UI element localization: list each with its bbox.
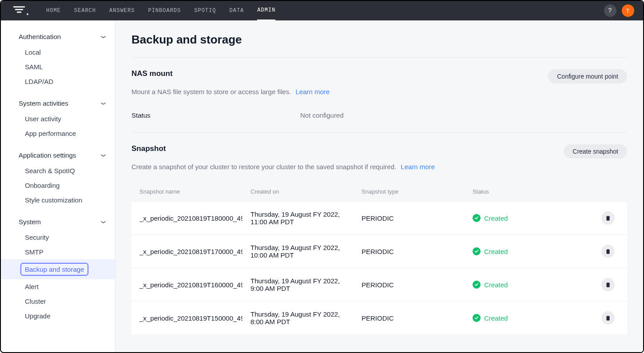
snapshot-learn-more-link[interactable]: Learn more xyxy=(401,163,435,171)
column-header: Snapshot type xyxy=(354,182,465,202)
delete-snapshot-button[interactable] xyxy=(601,211,615,225)
nav-spotiq[interactable]: SPOTIQ xyxy=(194,1,216,20)
nas-desc: Mount a NAS file system to store or acce… xyxy=(131,88,627,95)
top-nav: HOMESEARCHANSWERSPINBOARDSSPOTIQDATAADMI… xyxy=(1,1,643,20)
sidebar-item-upgrade[interactable]: Upgrade xyxy=(1,309,115,323)
column-header: Snapshot name xyxy=(131,182,242,202)
sidebar-section-label: Application settings xyxy=(19,151,76,159)
table-row: _x_periodic_20210819T170000_497Thursday,… xyxy=(131,235,627,268)
snapshot-status: Created xyxy=(465,202,593,235)
snapshot-name: _x_periodic_20210819T180000_497 xyxy=(131,202,242,235)
snapshot-type: PERIODIC xyxy=(354,235,465,268)
column-header: Status xyxy=(465,182,593,202)
divider xyxy=(131,132,627,133)
sidebar-item-search-spotiq[interactable]: Search & SpotIQ xyxy=(1,163,115,178)
sidebar-item-local[interactable]: Local xyxy=(1,45,115,59)
nav-pinboards[interactable]: PINBOARDS xyxy=(148,1,181,20)
nav-search[interactable]: SEARCH xyxy=(74,1,96,20)
nas-mount-section: NAS mount Configure mount point Mount a … xyxy=(131,69,627,119)
configure-mount-point-button[interactable]: Configure mount point xyxy=(548,69,627,83)
sidebar-item-alert[interactable]: Alert xyxy=(1,279,115,294)
trash-icon xyxy=(605,248,611,254)
trash-icon xyxy=(605,282,611,288)
nas-learn-more-link[interactable]: Learn more xyxy=(295,88,330,95)
chevron-down-icon: ❯ xyxy=(101,220,106,224)
sidebar-item-smtp[interactable]: SMTP xyxy=(1,245,115,259)
trash-icon xyxy=(605,215,611,221)
divider xyxy=(131,57,627,58)
snapshot-status: Created xyxy=(465,235,593,268)
sidebar-section-label: Authentication xyxy=(19,33,61,40)
help-button[interactable]: ? xyxy=(604,4,616,17)
nas-status-value: Not configured xyxy=(300,111,344,119)
check-circle-icon xyxy=(473,281,481,289)
sidebar-item-user-activity[interactable]: User activity xyxy=(1,111,115,126)
sidebar-item-label: Backup and storage xyxy=(20,263,88,276)
snapshot-title: Snapshot xyxy=(131,144,166,153)
check-circle-icon xyxy=(473,214,481,222)
avatar[interactable]: T xyxy=(622,4,634,17)
snapshot-table: Snapshot nameCreated onSnapshot typeStat… xyxy=(131,182,627,334)
sidebar-item-onboarding[interactable]: Onboarding xyxy=(1,178,115,193)
logo[interactable] xyxy=(13,6,28,15)
logo-dot-icon xyxy=(27,13,28,15)
sidebar-section-system-activities[interactable]: System activities❯ xyxy=(1,95,115,111)
snapshot-type: PERIODIC xyxy=(354,301,465,335)
chevron-down-icon: ❯ xyxy=(101,35,106,39)
column-header xyxy=(593,182,627,202)
nav-home[interactable]: HOME xyxy=(46,1,61,20)
sidebar-item-security[interactable]: Security xyxy=(1,230,115,245)
nas-status-label: Status xyxy=(131,111,300,119)
sidebar-section-label: System activities xyxy=(19,99,68,107)
page-title: Backup and storage xyxy=(131,33,627,47)
snapshot-name: _x_periodic_20210819T150000_496 xyxy=(131,301,242,335)
snapshot-desc: Create a snapshot of your cluster to res… xyxy=(131,163,627,171)
table-row: _x_periodic_20210819T160000_496Thursday,… xyxy=(131,268,627,301)
sidebar: Authentication❯LocalSAMLLDAP/ADSystem ac… xyxy=(1,20,115,352)
snapshot-name: _x_periodic_20210819T170000_497 xyxy=(131,235,242,268)
snapshot-created-on: Thursday, 19 August FY 2022, 9:00 AM PDT xyxy=(242,268,354,301)
table-row: _x_periodic_20210819T150000_496Thursday,… xyxy=(131,301,627,335)
sidebar-section-authentication[interactable]: Authentication❯ xyxy=(1,28,115,45)
snapshot-type: PERIODIC xyxy=(354,202,465,235)
sidebar-item-ldap-ad[interactable]: LDAP/AD xyxy=(1,74,115,89)
sidebar-section-system[interactable]: System❯ xyxy=(1,214,115,230)
nav-data[interactable]: DATA xyxy=(229,1,244,20)
delete-snapshot-button[interactable] xyxy=(601,245,615,258)
sidebar-item-saml[interactable]: SAML xyxy=(1,59,115,74)
sidebar-item-cluster[interactable]: Cluster xyxy=(1,294,115,309)
create-snapshot-button[interactable]: Create snapshot xyxy=(564,144,627,159)
column-header: Created on xyxy=(242,182,354,202)
sidebar-section-application-settings[interactable]: Application settings❯ xyxy=(1,147,115,163)
chevron-down-icon: ❯ xyxy=(101,102,106,105)
check-circle-icon xyxy=(473,247,481,255)
main-content: Backup and storage NAS mount Configure m… xyxy=(115,20,643,352)
snapshot-type: PERIODIC xyxy=(354,268,465,301)
nav-admin[interactable]: ADMIN xyxy=(257,1,275,21)
check-circle-icon xyxy=(473,314,481,322)
nas-title: NAS mount xyxy=(131,69,173,78)
delete-snapshot-button[interactable] xyxy=(601,278,615,291)
chevron-down-icon: ❯ xyxy=(101,154,106,157)
sidebar-section-label: System xyxy=(19,218,41,226)
table-row: _x_periodic_20210819T180000_497Thursday,… xyxy=(131,202,627,235)
delete-snapshot-button[interactable] xyxy=(601,311,615,325)
sidebar-item-style-customization[interactable]: Style customization xyxy=(1,193,115,207)
snapshot-status: Created xyxy=(465,301,593,335)
snapshot-section: Snapshot Create snapshot Create a snapsh… xyxy=(131,144,627,334)
snapshot-created-on: Thursday, 19 August FY 2022, 8:00 AM PDT xyxy=(242,301,354,335)
snapshot-status: Created xyxy=(465,268,593,301)
sidebar-item-backup-and-storage[interactable]: Backup and storage xyxy=(1,259,115,279)
sidebar-item-app-performance[interactable]: App performance xyxy=(1,126,115,141)
snapshot-created-on: Thursday, 19 August FY 2022, 11:00 AM PD… xyxy=(242,202,354,235)
logo-bars-icon xyxy=(13,6,25,15)
snapshot-name: _x_periodic_20210819T160000_496 xyxy=(131,268,242,301)
snapshot-created-on: Thursday, 19 August FY 2022, 10:00 AM PD… xyxy=(242,235,354,268)
nav-answers[interactable]: ANSWERS xyxy=(109,1,135,20)
trash-icon xyxy=(605,315,611,321)
